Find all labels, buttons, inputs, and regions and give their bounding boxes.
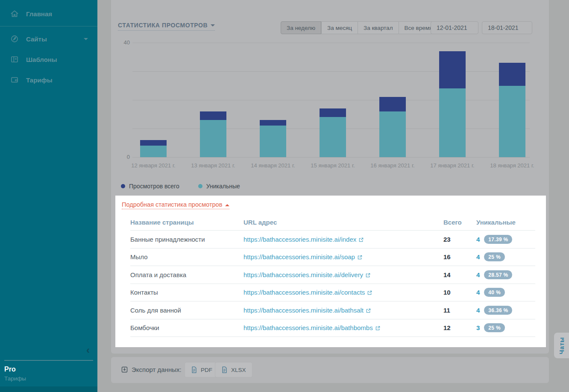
table-header-cell: Название страницы — [130, 219, 243, 226]
external-link-icon[interactable] — [359, 236, 364, 243]
template-icon — [10, 55, 19, 64]
gridline — [132, 71, 530, 72]
total-views-value: 12 — [443, 324, 476, 331]
sidebar-item-home[interactable]: Главная — [0, 3, 97, 24]
page-name: Контакты — [130, 289, 243, 296]
file-icon — [191, 366, 197, 373]
unique-views-link[interactable]: 4 — [476, 307, 480, 314]
chevron-down-icon[interactable] — [84, 38, 88, 40]
export-label: Экспорт данных: — [121, 366, 182, 373]
page-url-link[interactable]: https://bathaccessories.minisite.ai/cont… — [243, 289, 365, 296]
legend-label: Просмотров всего — [129, 183, 179, 190]
sidebar-item-template[interactable]: Шаблоны — [0, 49, 97, 70]
pages-table: Название страницыURL адресВсегоУникальны… — [130, 214, 535, 337]
bar-2 — [200, 111, 226, 157]
legend-item: Уникальные — [198, 183, 240, 190]
chats-tab[interactable]: Чаты — [554, 333, 569, 358]
file-icon — [221, 366, 228, 373]
page-name: Мыло — [130, 253, 243, 260]
page-url-link[interactable]: https://bathaccessories.minisite.ai/soap — [243, 253, 355, 260]
home-icon — [10, 9, 19, 18]
y-axis-label: 0 — [117, 154, 130, 160]
page-name: Бомбочки — [130, 324, 243, 331]
sidebar-item-wallet[interactable]: Тарифы — [0, 70, 97, 90]
unique-views-link[interactable]: 3 — [476, 324, 480, 331]
detail-stats-panel: Подробная статистика просмотров Название… — [115, 196, 546, 347]
bar-1 — [140, 140, 167, 157]
x-axis-label: 16 января 2021 г. — [363, 162, 422, 169]
export-button-label: XLSX — [231, 367, 246, 373]
unique-views-link[interactable]: 4 — [476, 289, 480, 296]
globe-icon — [10, 35, 19, 43]
bar-7 — [499, 63, 525, 157]
sidebar-collapse-icon[interactable]: ‹ — [86, 345, 90, 355]
x-axis-label: 17 января 2021 г. — [422, 162, 482, 169]
sidebar-item-label: Шаблоны — [26, 56, 57, 63]
x-axis-label: 18 января 2021 г. — [482, 162, 542, 169]
total-views-value: 16 — [443, 253, 476, 260]
table-row: Соль для ваннойhttps://bathaccessories.m… — [130, 301, 535, 319]
unique-views-link[interactable]: 4 — [476, 271, 480, 278]
sidebar-item-globe[interactable]: Сайты — [0, 29, 97, 49]
detail-stats-toggle-label: Подробная статистика просмотров — [122, 201, 222, 208]
legend-dot-icon — [121, 184, 125, 188]
table-header-cell: Уникальные — [476, 219, 535, 226]
y-axis-label: 40 — [117, 39, 130, 46]
legend-dot-icon — [198, 184, 202, 188]
bar-6 — [439, 51, 466, 157]
plan-badge: Pro — [4, 366, 16, 373]
plan-tariffs-link[interactable]: Тарифы — [4, 375, 26, 382]
page-name: Соль для ванной — [130, 307, 243, 314]
gridline — [132, 100, 530, 100]
gridline — [132, 157, 530, 158]
external-link-icon[interactable] — [366, 271, 370, 278]
unique-views-cell: 417.39 % — [476, 235, 535, 244]
unique-percent-badge: 17.39 % — [484, 235, 512, 244]
bar-5 — [379, 97, 406, 157]
unique-views-link[interactable]: 4 — [476, 253, 480, 260]
bar-segment-unique — [260, 126, 286, 157]
download-icon — [121, 366, 128, 373]
external-link-icon[interactable] — [358, 253, 362, 260]
page-url-link[interactable]: https://bathaccessories.minisite.ai/deli… — [243, 271, 363, 278]
table-row: Контактыhttps://bathaccessories.minisite… — [130, 284, 535, 302]
x-axis-label: 13 января 2021 г. — [183, 162, 243, 169]
bar-4 — [320, 108, 346, 157]
detail-stats-toggle[interactable]: Подробная статистика просмотров — [122, 201, 229, 209]
page-name: Оплата и доставка — [130, 271, 243, 278]
bar-segment-unique — [200, 120, 226, 157]
external-link-icon[interactable] — [367, 289, 372, 296]
x-axis-label: 15 января 2021 г. — [303, 162, 363, 169]
export-button-label: PDF — [201, 367, 212, 373]
table-header-cell: URL адрес — [243, 219, 443, 226]
unique-views-cell: 425 % — [476, 252, 535, 261]
page-url-cell: https://bathaccessories.minisite.ai/deli… — [243, 271, 443, 278]
x-axis-label: 12 января 2021 г. — [123, 162, 183, 169]
table-header-cell: Всего — [443, 219, 476, 226]
export-label-text: Экспорт данных: — [132, 366, 182, 373]
page-url-link[interactable]: https://bathaccessories.minisite.ai/bath… — [243, 307, 364, 314]
unique-percent-badge: 25 % — [484, 323, 505, 332]
unique-percent-badge: 36.36 % — [484, 306, 512, 315]
bar-segment-unique — [140, 146, 167, 157]
total-views-value: 23 — [443, 236, 476, 243]
total-views-value: 11 — [443, 307, 476, 314]
unique-views-cell: 440 % — [476, 288, 535, 297]
legend-item: Просмотров всего — [121, 183, 179, 190]
export-xlsx-button[interactable]: XLSX — [215, 362, 252, 377]
unique-views-cell: 436.36 % — [476, 306, 535, 315]
bar-segment-unique — [379, 111, 406, 157]
sidebar: ГлавнаяСайтыШаблоныТарифы ‹ Pro Тарифы — [0, 0, 97, 392]
wallet-icon — [10, 76, 19, 84]
export-pdf-button[interactable]: PDF — [185, 362, 219, 377]
external-link-icon[interactable] — [375, 324, 380, 331]
unique-views-link[interactable]: 4 — [476, 236, 480, 243]
table-row: Банные принадлежностиhttps://bathaccesso… — [130, 231, 535, 249]
page-url-cell: https://bathaccessories.minisite.ai/soap — [243, 253, 443, 260]
page-url-link[interactable]: https://bathaccessories.minisite.ai/inde… — [243, 236, 356, 243]
page-url-link[interactable]: https://bathaccessories.minisite.ai/bath… — [243, 324, 373, 331]
table-header-row: Название страницыURL адресВсегоУникальны… — [130, 214, 535, 231]
external-link-icon[interactable] — [366, 307, 371, 314]
unique-percent-badge: 28.57 % — [484, 270, 512, 279]
x-axis-label: 14 января 2021 г. — [243, 162, 303, 169]
